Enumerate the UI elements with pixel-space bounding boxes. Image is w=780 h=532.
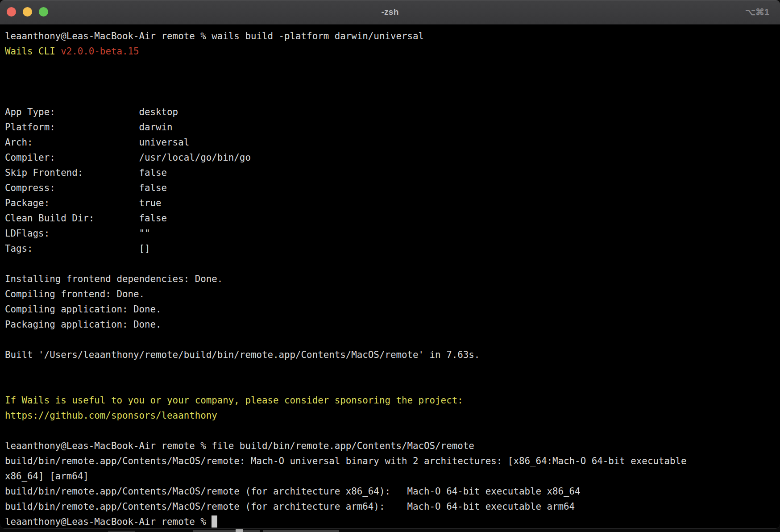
window-title: -zsh	[0, 0, 780, 24]
terminal-line: build/bin/remote.app/Contents/MacOS/remo…	[5, 453, 780, 469]
terminal-line	[5, 332, 780, 347]
terminal-line	[5, 423, 780, 438]
terminal-line	[5, 89, 780, 104]
terminal-line: build/bin/remote.app/Contents/MacOS/remo…	[5, 484, 780, 499]
terminal-line: LDFlags: ""	[5, 226, 780, 241]
terminal-line: If Wails is useful to you or your compan…	[5, 393, 780, 408]
block-cursor	[212, 515, 217, 528]
terminal-line: build/bin/remote.app/Contents/MacOS/remo…	[5, 499, 780, 514]
terminal-line: Compress: false	[5, 180, 780, 195]
terminal-line: App Type: desktop	[5, 104, 780, 120]
terminal-line: Built '/Users/leaanthony/remote/build/bi…	[5, 347, 780, 362]
terminal-line	[5, 378, 780, 393]
terminal-line	[5, 59, 780, 74]
terminal-line: Installing frontend dependencies: Done.	[5, 271, 780, 287]
terminal-line	[5, 362, 780, 378]
terminal-window: -zsh ⌥⌘1 leaanthony@Leas-MacBook-Air rem…	[0, 0, 780, 528]
terminal-line: Compiling application: Done.	[5, 302, 780, 317]
terminal-line: leaanthony@Leas-MacBook-Air remote % wai…	[5, 29, 780, 44]
terminal-line: Packaging application: Done.	[5, 317, 780, 332]
terminal-line	[5, 256, 780, 271]
terminal-line: Package: true	[5, 195, 780, 211]
terminal-line: x86_64] [arm64]	[5, 469, 780, 484]
terminal-output[interactable]: leaanthony@Leas-MacBook-Air remote % wai…	[0, 25, 780, 528]
terminal-line: Platform: darwin	[5, 120, 780, 135]
terminal-line: Compiling frontend: Done.	[5, 287, 780, 302]
terminal-line	[5, 74, 780, 89]
terminal-line: Clean Build Dir: false	[5, 211, 780, 226]
title-bar[interactable]: -zsh ⌥⌘1	[0, 0, 780, 25]
terminal-line: Tags: []	[5, 241, 780, 256]
terminal-line: Compiler: /usr/local/go/bin/go	[5, 150, 780, 165]
background-window-sliver	[0, 528, 780, 532]
terminal-line: Skip Frontend: false	[5, 165, 780, 180]
keyboard-shortcut-badge: ⌥⌘1	[745, 0, 769, 24]
terminal-line: leaanthony@Leas-MacBook-Air remote % fil…	[5, 438, 780, 453]
terminal-line: https://github.com/sponsors/leaanthony	[5, 408, 780, 423]
terminal-line: Arch: universal	[5, 135, 780, 150]
terminal-line: leaanthony@Leas-MacBook-Air remote %	[5, 514, 780, 528]
terminal-line: Wails CLI v2.0.0-beta.15	[5, 44, 780, 59]
